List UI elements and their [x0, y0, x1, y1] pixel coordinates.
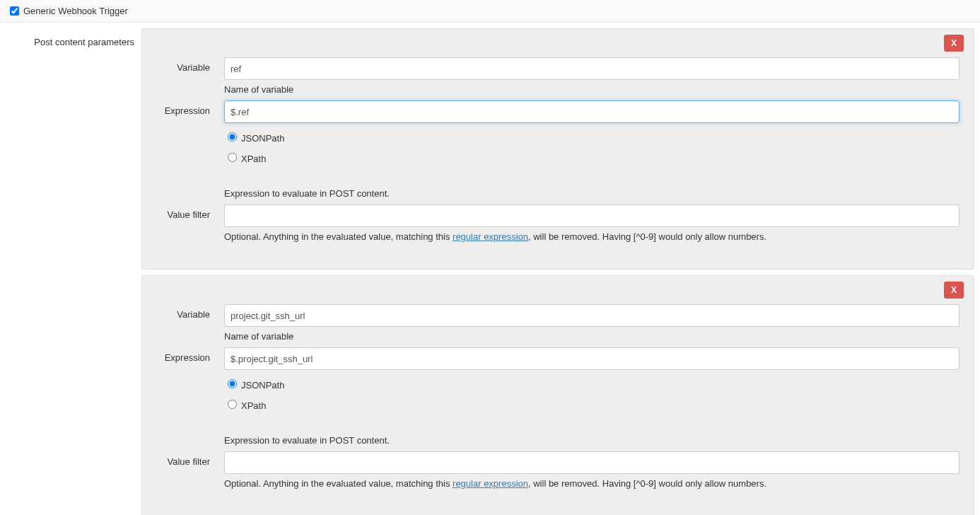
parameter-block: X Variable Name of variable Expression J… [141, 28, 974, 270]
delete-button[interactable]: X [944, 282, 964, 299]
value-filter-input[interactable] [224, 204, 959, 227]
variable-label: Variable [156, 57, 224, 95]
value-filter-help-post: , will be removed. Having [^0-9] would o… [528, 478, 766, 489]
value-filter-help-pre: Optional. Anything in the evaluated valu… [224, 478, 453, 489]
jsonpath-text: JSONPath [241, 380, 284, 390]
variable-label: Variable [156, 304, 224, 342]
variable-input[interactable] [224, 304, 959, 327]
expression-input[interactable] [224, 347, 959, 370]
jsonpath-text: JSONPath [241, 133, 284, 144]
xpath-text: XPath [241, 154, 266, 164]
value-filter-help: Optional. Anything in the evaluated valu… [224, 478, 959, 489]
section-header: Generic Webhook Trigger [0, 0, 980, 23]
xpath-radio[interactable] [228, 153, 237, 162]
regex-link[interactable]: regular expression [453, 231, 528, 242]
trigger-checkbox[interactable] [10, 6, 19, 16]
variable-help: Name of variable [224, 84, 959, 95]
parameter-blocks: X Variable Name of variable Expression J… [141, 23, 980, 515]
variable-input[interactable] [224, 57, 959, 80]
regex-link[interactable]: regular expression [453, 478, 528, 489]
expression-label: Expression [156, 100, 224, 199]
value-filter-help-pre: Optional. Anything in the evaluated valu… [224, 231, 453, 242]
delete-button[interactable]: X [944, 35, 964, 52]
value-filter-input[interactable] [224, 451, 959, 474]
value-filter-help-post: , will be removed. Having [^0-9] would o… [528, 231, 766, 242]
expression-help: Expression to evaluate in POST content. [224, 188, 959, 199]
xpath-radio-label[interactable]: XPath [224, 151, 959, 164]
parameter-block: X Variable Name of variable Expression J… [141, 275, 974, 515]
xpath-text: XPath [241, 400, 266, 411]
variable-help: Name of variable [224, 331, 959, 342]
jsonpath-radio-label[interactable]: JSONPath [224, 377, 959, 390]
xpath-radio-label[interactable]: XPath [224, 398, 959, 411]
expression-input[interactable] [224, 100, 959, 123]
jsonpath-radio[interactable] [228, 379, 237, 388]
xpath-radio[interactable] [228, 400, 237, 409]
jsonpath-radio[interactable] [228, 132, 237, 141]
value-filter-label: Value filter [156, 451, 224, 489]
expression-help: Expression to evaluate in POST content. [224, 435, 959, 446]
value-filter-label: Value filter [156, 204, 224, 242]
trigger-title[interactable]: Generic Webhook Trigger [23, 6, 128, 16]
value-filter-help: Optional. Anything in the evaluated valu… [224, 231, 959, 242]
jsonpath-radio-label[interactable]: JSONPath [224, 130, 959, 144]
side-label: Post content parameters [0, 23, 141, 515]
expression-label: Expression [156, 347, 224, 446]
